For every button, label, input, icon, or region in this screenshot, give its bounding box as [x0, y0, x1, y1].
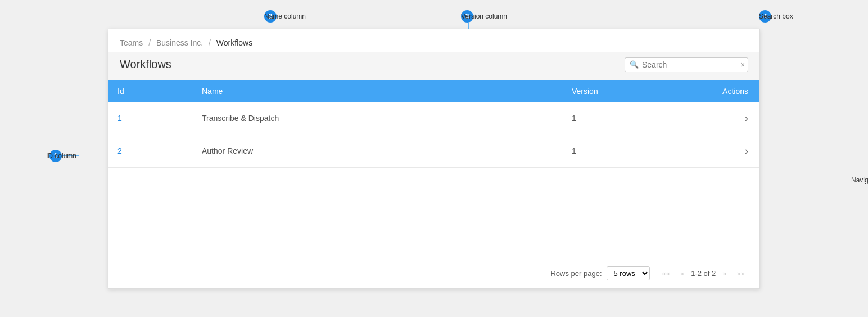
col-id-header: Id [108, 80, 193, 102]
breadcrumb: Teams / Business Inc. / Workflows [108, 29, 760, 52]
col-name-header: Name [193, 80, 563, 102]
annotation-5-wrapper: 5 Navigate to Workflow button [851, 174, 868, 186]
main-panel: Teams / Business Inc. / Workflows Workfl… [108, 29, 760, 289]
annotation-circle-1: 1 [49, 150, 62, 162]
col-actions-header: Actions [675, 80, 760, 102]
pagination: «« « 1-2 of 2 » »» [659, 268, 749, 279]
annotation-label-2: Name column [264, 12, 306, 20]
row1-id: 1 [108, 104, 193, 133]
rows-per-page-select[interactable]: 5 rows [607, 266, 650, 280]
navigate-workflow-button-2[interactable]: › [745, 145, 748, 157]
annotation-4-wrapper: 4 Search box [759, 10, 774, 96]
rows-per-page-section: Rows per page: 5 rows [550, 266, 649, 280]
annotation-label-4: Search box [759, 12, 793, 20]
annotation-4: 4 Search box [759, 10, 774, 23]
annotation-line-5 [851, 180, 868, 180]
page-title: Workflows [120, 58, 171, 71]
page-wrapper: Teams / Business Inc. / Workflows Workfl… [108, 29, 760, 289]
row2-version: 1 [563, 136, 675, 166]
workflows-table: Id Name Version Actions 1 Transcribe & D… [108, 80, 760, 258]
annotation-line-1 [62, 155, 79, 156]
annotation-1-wrapper: ID column 1 [46, 150, 79, 162]
annotation-label-3: Version column [461, 12, 507, 20]
search-clear-button[interactable]: × [740, 60, 745, 69]
first-page-button[interactable]: «« [659, 268, 673, 279]
breadcrumb-org: Business Inc. [156, 38, 203, 47]
breadcrumb-sep1: / [148, 38, 151, 47]
search-icon: 🔍 [630, 60, 639, 69]
annotation-line-4 [765, 23, 765, 96]
col-version-header: Version [563, 80, 675, 102]
row1-name: Transcribe & Dispatch [193, 104, 563, 133]
page-header: Workflows 🔍 × [108, 52, 760, 80]
last-page-button[interactable]: »» [734, 268, 748, 279]
search-input[interactable] [642, 60, 740, 69]
table-row: 1 Transcribe & Dispatch 1 › [108, 102, 760, 135]
table-header: Id Name Version Actions [108, 80, 760, 102]
annotation-circle-2: 2 [264, 10, 277, 23]
annotation-2: 2 Name column [264, 10, 279, 23]
annotation-3: 3 Version column [461, 10, 476, 23]
breadcrumb-current: Workflows [216, 38, 252, 47]
row1-actions: › [675, 102, 760, 135]
annotation-circle-3: 3 [461, 10, 473, 23]
breadcrumb-team: Teams [120, 38, 143, 47]
row2-id: 2 [108, 136, 193, 166]
row2-actions: › [675, 135, 760, 167]
row2-name: Author Review [193, 136, 563, 166]
breadcrumb-sep2: / [209, 38, 211, 47]
rows-per-page-label: Rows per page: [550, 269, 602, 278]
page-info: 1-2 of 2 [691, 269, 716, 278]
row1-version: 1 [563, 104, 675, 133]
annotation-label-5: Navigate to Workflow button [851, 176, 868, 184]
search-box[interactable]: 🔍 × [625, 57, 748, 72]
next-page-button[interactable]: » [719, 268, 730, 279]
annotation-label-1: ID column [46, 152, 76, 160]
table-row: 2 Author Review 1 › [108, 135, 760, 168]
table-footer: Rows per page: 5 rows «« « 1-2 of 2 » »» [108, 258, 760, 288]
empty-space [108, 168, 760, 258]
navigate-workflow-button-1[interactable]: › [745, 113, 748, 124]
prev-page-button[interactable]: « [677, 268, 688, 279]
annotation-circle-4: 4 [759, 10, 771, 23]
